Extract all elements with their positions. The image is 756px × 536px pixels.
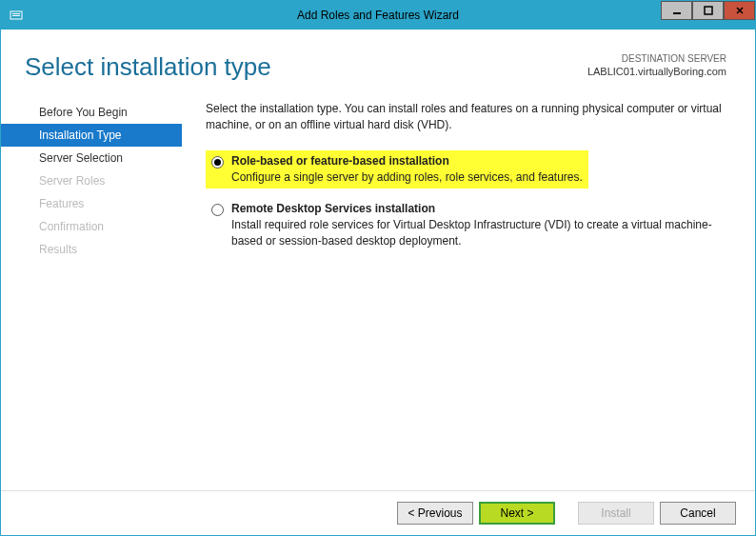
destination-label: DESTINATION SERVER (587, 52, 726, 65)
page-description: Select the installation type. You can in… (206, 101, 731, 133)
content: Select installation type DESTINATION SER… (1, 30, 755, 535)
sidebar: Before You Begin Installation Type Serve… (1, 101, 182, 490)
option-desc: Configure a single server by adding role… (231, 169, 583, 186)
option-text: Remote Desktop Services installation Ins… (231, 202, 726, 249)
svg-rect-4 (705, 7, 712, 14)
svg-rect-3 (673, 12, 681, 14)
sidebar-item-features: Features (1, 192, 182, 215)
previous-button[interactable]: < Previous (397, 502, 473, 525)
option-text: Role-based or feature-based installation… (231, 154, 583, 186)
sidebar-item-server-roles: Server Roles (1, 169, 182, 192)
install-button: Install (578, 502, 654, 525)
page-title: Select installation type (25, 52, 271, 82)
close-button[interactable] (724, 1, 755, 20)
next-button[interactable]: Next > (479, 502, 555, 525)
svg-rect-1 (12, 13, 20, 14)
option-title: Remote Desktop Services installation (231, 202, 726, 215)
sidebar-item-installation-type[interactable]: Installation Type (1, 124, 182, 147)
option-remote-desktop[interactable]: Remote Desktop Services installation Ins… (206, 198, 731, 253)
option-desc: Install required role services for Virtu… (231, 217, 726, 249)
sidebar-item-server-selection[interactable]: Server Selection (1, 147, 182, 169)
titlebar: Add Roles and Features Wizard (1, 1, 755, 30)
body: Before You Begin Installation Type Serve… (1, 91, 755, 490)
maximize-button[interactable] (692, 1, 724, 20)
sidebar-item-before-you-begin[interactable]: Before You Begin (1, 101, 182, 124)
sidebar-item-confirmation: Confirmation (1, 215, 182, 238)
header: Select installation type DESTINATION SER… (1, 30, 755, 91)
server-manager-icon (9, 8, 24, 23)
option-role-based[interactable]: Role-based or feature-based installation… (206, 150, 588, 189)
minimize-button[interactable] (661, 1, 692, 20)
destination-server: DESTINATION SERVER LABLIC01.virtuallyBor… (587, 52, 726, 78)
window-title: Add Roles and Features Wizard (297, 9, 459, 22)
radio-role-based[interactable] (211, 156, 224, 169)
destination-value: LABLIC01.virtuallyBoring.com (587, 65, 726, 78)
sidebar-item-results: Results (1, 238, 182, 261)
main-panel: Select the installation type. You can in… (182, 101, 755, 490)
window-controls (661, 1, 755, 20)
svg-rect-2 (12, 15, 20, 16)
cancel-button[interactable]: Cancel (660, 502, 736, 525)
footer: < Previous Next > Install Cancel (1, 490, 755, 535)
radio-remote-desktop[interactable] (211, 204, 224, 216)
option-title: Role-based or feature-based installation (231, 154, 583, 168)
